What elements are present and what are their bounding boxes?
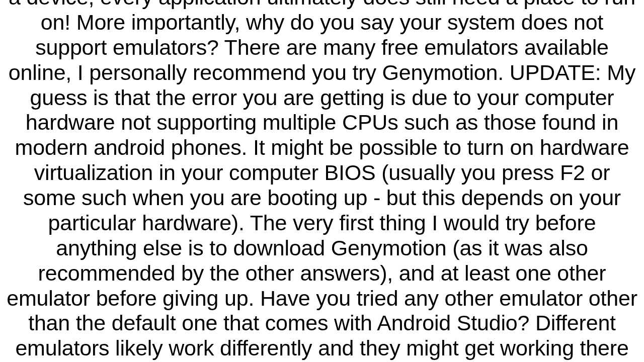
answer-body-text: a device, every application ultimately d… bbox=[5, 0, 639, 361]
